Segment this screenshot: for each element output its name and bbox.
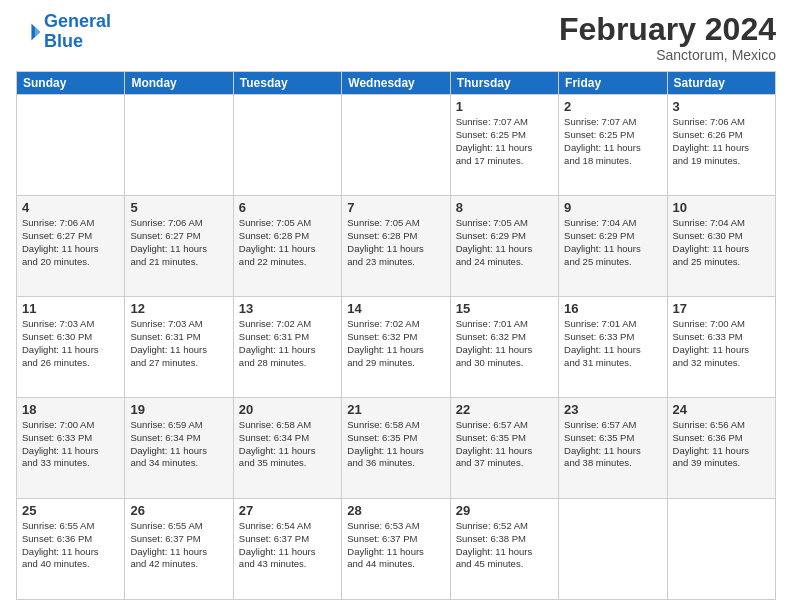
- day-number: 28: [347, 503, 444, 518]
- day-cell: 26Sunrise: 6:55 AM Sunset: 6:37 PM Dayli…: [125, 499, 233, 600]
- day-info: Sunrise: 7:06 AM Sunset: 6:27 PM Dayligh…: [130, 217, 227, 268]
- col-header-sunday: Sunday: [17, 72, 125, 95]
- day-cell: 16Sunrise: 7:01 AM Sunset: 6:33 PM Dayli…: [559, 297, 667, 398]
- day-number: 23: [564, 402, 661, 417]
- day-info: Sunrise: 7:07 AM Sunset: 6:25 PM Dayligh…: [564, 116, 661, 167]
- day-number: 22: [456, 402, 553, 417]
- day-cell: 15Sunrise: 7:01 AM Sunset: 6:32 PM Dayli…: [450, 297, 558, 398]
- day-number: 4: [22, 200, 119, 215]
- day-number: 26: [130, 503, 227, 518]
- day-number: 16: [564, 301, 661, 316]
- day-info: Sunrise: 7:05 AM Sunset: 6:28 PM Dayligh…: [239, 217, 336, 268]
- day-number: 25: [22, 503, 119, 518]
- day-info: Sunrise: 6:53 AM Sunset: 6:37 PM Dayligh…: [347, 520, 444, 571]
- day-number: 21: [347, 402, 444, 417]
- day-info: Sunrise: 7:07 AM Sunset: 6:25 PM Dayligh…: [456, 116, 553, 167]
- day-info: Sunrise: 7:05 AM Sunset: 6:28 PM Dayligh…: [347, 217, 444, 268]
- day-info: Sunrise: 7:03 AM Sunset: 6:31 PM Dayligh…: [130, 318, 227, 369]
- day-cell: 5Sunrise: 7:06 AM Sunset: 6:27 PM Daylig…: [125, 196, 233, 297]
- svg-marker-1: [35, 27, 40, 37]
- day-cell: 29Sunrise: 6:52 AM Sunset: 6:38 PM Dayli…: [450, 499, 558, 600]
- day-cell: 18Sunrise: 7:00 AM Sunset: 6:33 PM Dayli…: [17, 398, 125, 499]
- day-cell: 25Sunrise: 6:55 AM Sunset: 6:36 PM Dayli…: [17, 499, 125, 600]
- week-row-1: 4Sunrise: 7:06 AM Sunset: 6:27 PM Daylig…: [17, 196, 776, 297]
- day-cell: 13Sunrise: 7:02 AM Sunset: 6:31 PM Dayli…: [233, 297, 341, 398]
- day-cell: 24Sunrise: 6:56 AM Sunset: 6:36 PM Dayli…: [667, 398, 775, 499]
- day-cell: 1Sunrise: 7:07 AM Sunset: 6:25 PM Daylig…: [450, 95, 558, 196]
- day-number: 17: [673, 301, 770, 316]
- subtitle: Sanctorum, Mexico: [559, 47, 776, 63]
- day-info: Sunrise: 6:55 AM Sunset: 6:36 PM Dayligh…: [22, 520, 119, 571]
- day-number: 18: [22, 402, 119, 417]
- week-row-3: 18Sunrise: 7:00 AM Sunset: 6:33 PM Dayli…: [17, 398, 776, 499]
- week-row-2: 11Sunrise: 7:03 AM Sunset: 6:30 PM Dayli…: [17, 297, 776, 398]
- day-info: Sunrise: 6:55 AM Sunset: 6:37 PM Dayligh…: [130, 520, 227, 571]
- calendar-body: 1Sunrise: 7:07 AM Sunset: 6:25 PM Daylig…: [17, 95, 776, 600]
- day-cell: [667, 499, 775, 600]
- day-cell: 19Sunrise: 6:59 AM Sunset: 6:34 PM Dayli…: [125, 398, 233, 499]
- day-number: 1: [456, 99, 553, 114]
- logo-icon: [16, 20, 40, 44]
- day-info: Sunrise: 6:59 AM Sunset: 6:34 PM Dayligh…: [130, 419, 227, 470]
- day-info: Sunrise: 6:58 AM Sunset: 6:35 PM Dayligh…: [347, 419, 444, 470]
- col-header-friday: Friday: [559, 72, 667, 95]
- day-info: Sunrise: 7:00 AM Sunset: 6:33 PM Dayligh…: [673, 318, 770, 369]
- day-cell: 10Sunrise: 7:04 AM Sunset: 6:30 PM Dayli…: [667, 196, 775, 297]
- day-number: 19: [130, 402, 227, 417]
- day-cell: 12Sunrise: 7:03 AM Sunset: 6:31 PM Dayli…: [125, 297, 233, 398]
- day-cell: [233, 95, 341, 196]
- day-cell: 4Sunrise: 7:06 AM Sunset: 6:27 PM Daylig…: [17, 196, 125, 297]
- page: General Blue February 2024 Sanctorum, Me…: [0, 0, 792, 612]
- day-cell: 20Sunrise: 6:58 AM Sunset: 6:34 PM Dayli…: [233, 398, 341, 499]
- day-number: 14: [347, 301, 444, 316]
- day-number: 27: [239, 503, 336, 518]
- day-number: 29: [456, 503, 553, 518]
- col-header-thursday: Thursday: [450, 72, 558, 95]
- day-info: Sunrise: 6:57 AM Sunset: 6:35 PM Dayligh…: [564, 419, 661, 470]
- day-info: Sunrise: 6:56 AM Sunset: 6:36 PM Dayligh…: [673, 419, 770, 470]
- day-info: Sunrise: 6:54 AM Sunset: 6:37 PM Dayligh…: [239, 520, 336, 571]
- day-number: 7: [347, 200, 444, 215]
- day-cell: 23Sunrise: 6:57 AM Sunset: 6:35 PM Dayli…: [559, 398, 667, 499]
- day-info: Sunrise: 7:06 AM Sunset: 6:27 PM Dayligh…: [22, 217, 119, 268]
- day-cell: [342, 95, 450, 196]
- day-info: Sunrise: 7:02 AM Sunset: 6:31 PM Dayligh…: [239, 318, 336, 369]
- day-number: 13: [239, 301, 336, 316]
- day-info: Sunrise: 6:52 AM Sunset: 6:38 PM Dayligh…: [456, 520, 553, 571]
- day-cell: 14Sunrise: 7:02 AM Sunset: 6:32 PM Dayli…: [342, 297, 450, 398]
- day-info: Sunrise: 7:01 AM Sunset: 6:32 PM Dayligh…: [456, 318, 553, 369]
- day-number: 12: [130, 301, 227, 316]
- day-info: Sunrise: 7:06 AM Sunset: 6:26 PM Dayligh…: [673, 116, 770, 167]
- logo-text: General Blue: [44, 12, 111, 52]
- day-number: 2: [564, 99, 661, 114]
- logo-general: General: [44, 11, 111, 31]
- day-cell: 6Sunrise: 7:05 AM Sunset: 6:28 PM Daylig…: [233, 196, 341, 297]
- day-cell: [559, 499, 667, 600]
- day-cell: [17, 95, 125, 196]
- day-cell: 22Sunrise: 6:57 AM Sunset: 6:35 PM Dayli…: [450, 398, 558, 499]
- day-info: Sunrise: 6:58 AM Sunset: 6:34 PM Dayligh…: [239, 419, 336, 470]
- month-title: February 2024: [559, 12, 776, 47]
- col-header-wednesday: Wednesday: [342, 72, 450, 95]
- col-header-saturday: Saturday: [667, 72, 775, 95]
- day-cell: 3Sunrise: 7:06 AM Sunset: 6:26 PM Daylig…: [667, 95, 775, 196]
- day-number: 6: [239, 200, 336, 215]
- title-block: February 2024 Sanctorum, Mexico: [559, 12, 776, 63]
- day-cell: 21Sunrise: 6:58 AM Sunset: 6:35 PM Dayli…: [342, 398, 450, 499]
- day-number: 24: [673, 402, 770, 417]
- day-cell: [125, 95, 233, 196]
- logo-blue: Blue: [44, 32, 111, 52]
- day-number: 5: [130, 200, 227, 215]
- day-number: 8: [456, 200, 553, 215]
- day-number: 10: [673, 200, 770, 215]
- col-header-tuesday: Tuesday: [233, 72, 341, 95]
- header-row: SundayMondayTuesdayWednesdayThursdayFrid…: [17, 72, 776, 95]
- day-number: 3: [673, 99, 770, 114]
- day-info: Sunrise: 7:01 AM Sunset: 6:33 PM Dayligh…: [564, 318, 661, 369]
- day-info: Sunrise: 7:02 AM Sunset: 6:32 PM Dayligh…: [347, 318, 444, 369]
- day-info: Sunrise: 7:04 AM Sunset: 6:30 PM Dayligh…: [673, 217, 770, 268]
- day-info: Sunrise: 7:05 AM Sunset: 6:29 PM Dayligh…: [456, 217, 553, 268]
- day-cell: 9Sunrise: 7:04 AM Sunset: 6:29 PM Daylig…: [559, 196, 667, 297]
- day-cell: 17Sunrise: 7:00 AM Sunset: 6:33 PM Dayli…: [667, 297, 775, 398]
- logo: General Blue: [16, 12, 111, 52]
